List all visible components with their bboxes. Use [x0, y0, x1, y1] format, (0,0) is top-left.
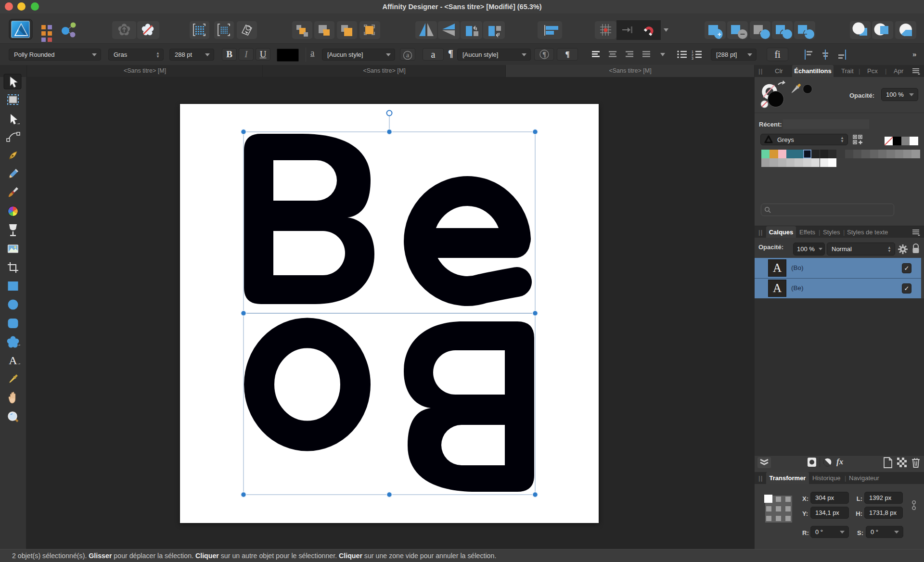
svg-text:2: 2 — [692, 53, 693, 57]
svg-text:A: A — [9, 354, 17, 367]
svg-text:a: a — [406, 51, 410, 59]
svg-text:1: 1 — [692, 50, 693, 53]
svg-text:¶: ¶ — [542, 51, 546, 58]
svg-text:3: 3 — [692, 57, 693, 60]
